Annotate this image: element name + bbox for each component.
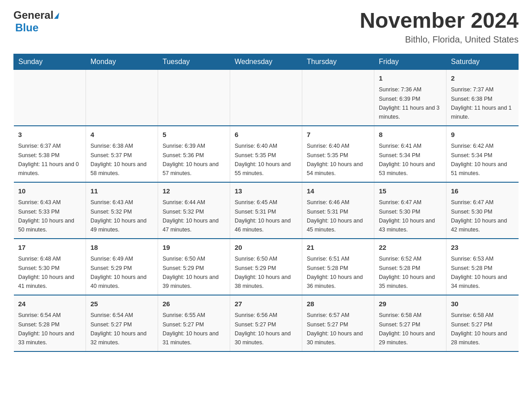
day-info: Sunrise: 6:58 AMSunset: 5:27 PMDaylight:… bbox=[451, 312, 507, 346]
calendar-cell: 24Sunrise: 6:54 AMSunset: 5:28 PMDayligh… bbox=[14, 295, 86, 351]
calendar-cell: 18Sunrise: 6:49 AMSunset: 5:29 PMDayligh… bbox=[86, 239, 158, 295]
day-info: Sunrise: 6:40 AMSunset: 5:35 PMDaylight:… bbox=[235, 143, 291, 176]
day-number: 4 bbox=[90, 130, 153, 140]
calendar-cell: 10Sunrise: 6:43 AMSunset: 5:33 PMDayligh… bbox=[14, 182, 86, 239]
calendar-cell: 3Sunrise: 6:37 AMSunset: 5:38 PMDaylight… bbox=[14, 126, 86, 182]
calendar-cell: 23Sunrise: 6:53 AMSunset: 5:28 PMDayligh… bbox=[446, 239, 519, 295]
day-number: 9 bbox=[451, 130, 514, 140]
calendar-cell: 2Sunrise: 7:37 AMSunset: 6:38 PMDaylight… bbox=[446, 69, 519, 126]
day-info: Sunrise: 6:40 AMSunset: 5:35 PMDaylight:… bbox=[307, 143, 363, 176]
calendar-cell: 22Sunrise: 6:52 AMSunset: 5:28 PMDayligh… bbox=[374, 239, 446, 295]
day-number: 27 bbox=[235, 299, 297, 309]
calendar-cell: 6Sunrise: 6:40 AMSunset: 5:35 PMDaylight… bbox=[230, 126, 302, 182]
day-info: Sunrise: 6:41 AMSunset: 5:34 PMDaylight:… bbox=[379, 143, 435, 176]
calendar-week-row: 1Sunrise: 7:36 AMSunset: 6:39 PMDaylight… bbox=[14, 69, 519, 126]
calendar-cell: 27Sunrise: 6:56 AMSunset: 5:27 PMDayligh… bbox=[230, 295, 302, 351]
calendar-cell: 30Sunrise: 6:58 AMSunset: 5:27 PMDayligh… bbox=[446, 295, 519, 351]
calendar-cell: 5Sunrise: 6:39 AMSunset: 5:36 PMDaylight… bbox=[158, 126, 230, 182]
calendar-header-row: SundayMondayTuesdayWednesdayThursdayFrid… bbox=[14, 54, 519, 69]
calendar-cell: 20Sunrise: 6:50 AMSunset: 5:29 PMDayligh… bbox=[230, 239, 302, 295]
calendar-cell: 15Sunrise: 6:47 AMSunset: 5:30 PMDayligh… bbox=[374, 182, 446, 239]
calendar-title: November 2024 bbox=[360, 9, 519, 33]
day-number: 2 bbox=[451, 73, 514, 84]
day-number: 26 bbox=[163, 299, 225, 309]
page-header: General Blue November 2024 Bithlo, Flori… bbox=[13, 9, 519, 45]
calendar-week-row: 17Sunrise: 6:48 AMSunset: 5:30 PMDayligh… bbox=[14, 239, 519, 295]
calendar-week-row: 3Sunrise: 6:37 AMSunset: 5:38 PMDaylight… bbox=[14, 126, 519, 182]
day-info: Sunrise: 6:37 AMSunset: 5:38 PMDaylight:… bbox=[18, 143, 79, 176]
day-number: 16 bbox=[451, 186, 514, 197]
calendar-cell: 28Sunrise: 6:57 AMSunset: 5:27 PMDayligh… bbox=[302, 295, 374, 351]
day-number: 24 bbox=[18, 299, 82, 309]
day-number: 11 bbox=[90, 186, 153, 197]
header-tuesday: Tuesday bbox=[158, 54, 230, 69]
day-number: 12 bbox=[163, 186, 225, 197]
calendar-cell: 17Sunrise: 6:48 AMSunset: 5:30 PMDayligh… bbox=[14, 239, 86, 295]
calendar-cell: 11Sunrise: 6:43 AMSunset: 5:32 PMDayligh… bbox=[86, 182, 158, 239]
day-info: Sunrise: 6:39 AMSunset: 5:36 PMDaylight:… bbox=[163, 143, 219, 176]
calendar-week-row: 24Sunrise: 6:54 AMSunset: 5:28 PMDayligh… bbox=[14, 295, 519, 351]
day-info: Sunrise: 6:54 AMSunset: 5:28 PMDaylight:… bbox=[18, 312, 74, 346]
calendar-cell: 9Sunrise: 6:42 AMSunset: 5:34 PMDaylight… bbox=[446, 126, 519, 182]
day-info: Sunrise: 6:43 AMSunset: 5:33 PMDaylight:… bbox=[18, 199, 74, 233]
day-number: 19 bbox=[163, 243, 225, 253]
calendar-cell: 4Sunrise: 6:38 AMSunset: 5:37 PMDaylight… bbox=[86, 126, 158, 182]
calendar-cell bbox=[14, 69, 86, 126]
day-number: 25 bbox=[90, 299, 153, 309]
calendar-cell bbox=[86, 69, 158, 126]
logo: General Blue bbox=[13, 9, 59, 34]
logo-triangle-icon bbox=[54, 13, 59, 19]
day-number: 10 bbox=[18, 186, 82, 197]
day-info: Sunrise: 6:50 AMSunset: 5:29 PMDaylight:… bbox=[163, 256, 219, 289]
header-wednesday: Wednesday bbox=[230, 54, 302, 69]
day-number: 1 bbox=[379, 73, 442, 84]
day-info: Sunrise: 7:36 AMSunset: 6:39 PMDaylight:… bbox=[379, 86, 440, 120]
logo-general: General bbox=[13, 9, 53, 21]
day-number: 13 bbox=[235, 186, 297, 197]
day-info: Sunrise: 6:52 AMSunset: 5:28 PMDaylight:… bbox=[379, 256, 435, 289]
day-info: Sunrise: 6:58 AMSunset: 5:27 PMDaylight:… bbox=[379, 312, 435, 346]
calendar-cell: 1Sunrise: 7:36 AMSunset: 6:39 PMDaylight… bbox=[374, 69, 446, 126]
header-sunday: Sunday bbox=[14, 54, 86, 69]
calendar-cell: 25Sunrise: 6:54 AMSunset: 5:27 PMDayligh… bbox=[86, 295, 158, 351]
day-info: Sunrise: 6:47 AMSunset: 5:30 PMDaylight:… bbox=[451, 199, 507, 233]
calendar-cell: 26Sunrise: 6:55 AMSunset: 5:27 PMDayligh… bbox=[158, 295, 230, 351]
day-number: 18 bbox=[90, 243, 153, 253]
calendar-table: SundayMondayTuesdayWednesdayThursdayFrid… bbox=[13, 54, 519, 352]
calendar-cell: 12Sunrise: 6:44 AMSunset: 5:32 PMDayligh… bbox=[158, 182, 230, 239]
day-number: 28 bbox=[307, 299, 369, 309]
day-number: 6 bbox=[235, 130, 297, 140]
day-info: Sunrise: 6:46 AMSunset: 5:31 PMDaylight:… bbox=[307, 199, 363, 233]
calendar-cell: 7Sunrise: 6:40 AMSunset: 5:35 PMDaylight… bbox=[302, 126, 374, 182]
day-number: 20 bbox=[235, 243, 297, 253]
calendar-cell: 13Sunrise: 6:45 AMSunset: 5:31 PMDayligh… bbox=[230, 182, 302, 239]
day-info: Sunrise: 6:45 AMSunset: 5:31 PMDaylight:… bbox=[235, 199, 291, 233]
calendar-cell: 16Sunrise: 6:47 AMSunset: 5:30 PMDayligh… bbox=[446, 182, 519, 239]
header-friday: Friday bbox=[374, 54, 446, 69]
calendar-cell: 21Sunrise: 6:51 AMSunset: 5:28 PMDayligh… bbox=[302, 239, 374, 295]
day-info: Sunrise: 6:44 AMSunset: 5:32 PMDaylight:… bbox=[163, 199, 219, 233]
day-number: 5 bbox=[163, 130, 225, 140]
title-area: November 2024 Bithlo, Florida, United St… bbox=[360, 9, 519, 45]
calendar-cell bbox=[230, 69, 302, 126]
calendar-cell: 14Sunrise: 6:46 AMSunset: 5:31 PMDayligh… bbox=[302, 182, 374, 239]
day-info: Sunrise: 6:50 AMSunset: 5:29 PMDaylight:… bbox=[235, 256, 291, 289]
calendar-cell: 8Sunrise: 6:41 AMSunset: 5:34 PMDaylight… bbox=[374, 126, 446, 182]
logo-blue: Blue bbox=[15, 21, 39, 34]
day-info: Sunrise: 6:57 AMSunset: 5:27 PMDaylight:… bbox=[307, 312, 363, 346]
day-number: 21 bbox=[307, 243, 369, 253]
calendar-week-row: 10Sunrise: 6:43 AMSunset: 5:33 PMDayligh… bbox=[14, 182, 519, 239]
day-info: Sunrise: 7:37 AMSunset: 6:38 PMDaylight:… bbox=[451, 86, 512, 120]
day-info: Sunrise: 6:51 AMSunset: 5:28 PMDaylight:… bbox=[307, 256, 363, 289]
day-number: 30 bbox=[451, 299, 514, 309]
header-thursday: Thursday bbox=[302, 54, 374, 69]
header-monday: Monday bbox=[86, 54, 158, 69]
calendar-cell: 19Sunrise: 6:50 AMSunset: 5:29 PMDayligh… bbox=[158, 239, 230, 295]
day-number: 14 bbox=[307, 186, 369, 197]
calendar-cell bbox=[302, 69, 374, 126]
day-info: Sunrise: 6:53 AMSunset: 5:28 PMDaylight:… bbox=[451, 256, 507, 289]
day-info: Sunrise: 6:49 AMSunset: 5:29 PMDaylight:… bbox=[90, 256, 146, 289]
day-number: 8 bbox=[379, 130, 442, 140]
day-number: 17 bbox=[18, 243, 82, 253]
day-info: Sunrise: 6:56 AMSunset: 5:27 PMDaylight:… bbox=[235, 312, 291, 346]
